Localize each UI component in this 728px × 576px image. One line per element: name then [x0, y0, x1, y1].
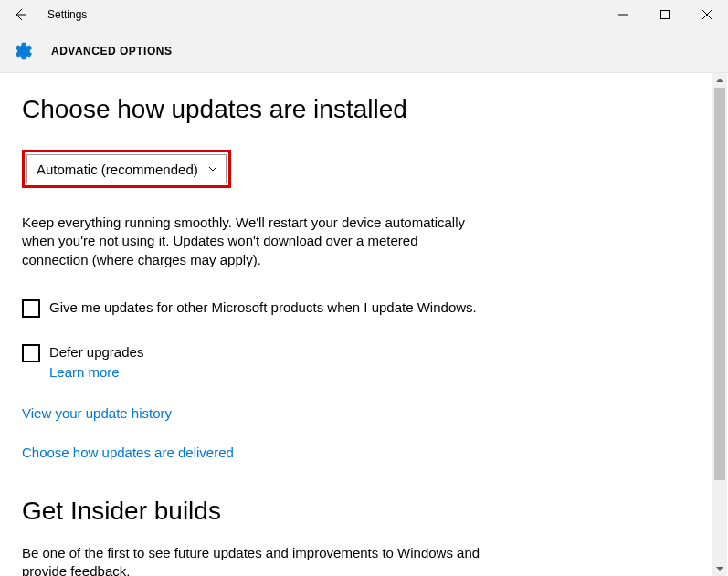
scroll-down-icon[interactable] [712, 561, 727, 576]
section-title-insider: Get Insider builds [22, 497, 508, 526]
insider-description: Be one of the first to see future update… [22, 544, 497, 576]
update-mode-dropdown[interactable]: Automatic (recommended) [26, 154, 227, 183]
highlight-box: Automatic (recommended) [22, 150, 231, 188]
checkbox-row-defer: Defer upgrades [22, 343, 508, 362]
page-header-bar: ADVANCED OPTIONS [0, 29, 728, 73]
gear-icon [13, 40, 35, 62]
checkbox-defer-upgrades[interactable] [22, 344, 40, 362]
scrollbar[interactable] [712, 73, 727, 576]
chevron-down-icon [207, 162, 218, 177]
back-button[interactable] [0, 0, 40, 29]
learn-more-link[interactable]: Learn more [49, 364, 120, 380]
updates-delivered-link[interactable]: Choose how updates are delivered [22, 445, 508, 460]
window-controls [602, 0, 728, 29]
close-button[interactable] [686, 0, 728, 29]
section-title-updates: Choose how updates are installed [22, 95, 508, 124]
window-title: Settings [47, 8, 87, 21]
checkbox-other-products-label: Give me updates for other Microsoft prod… [49, 298, 477, 317]
maximize-icon [660, 10, 670, 19]
arrow-left-icon [13, 7, 27, 22]
checkbox-other-products[interactable] [22, 299, 40, 318]
page-title: ADVANCED OPTIONS [51, 45, 172, 58]
close-icon [702, 10, 712, 19]
minimize-icon [618, 10, 628, 19]
titlebar-left: Settings [0, 0, 87, 29]
content: Choose how updates are installed Automat… [0, 73, 530, 576]
scrollbar-thumb[interactable] [714, 88, 725, 480]
minimize-button[interactable] [602, 0, 644, 29]
update-description: Keep everything running smoothly. We'll … [22, 214, 488, 269]
dropdown-selected-value: Automatic (recommended) [37, 162, 198, 177]
maximize-button[interactable] [644, 0, 686, 29]
content-scroll-area: Choose how updates are installed Automat… [0, 73, 728, 576]
svg-rect-0 [661, 11, 670, 19]
scroll-up-icon[interactable] [712, 73, 727, 88]
titlebar: Settings [0, 0, 728, 29]
checkbox-defer-upgrades-label: Defer upgrades [49, 343, 143, 361]
view-history-link[interactable]: View your update history [22, 405, 508, 421]
checkbox-row-other-products: Give me updates for other Microsoft prod… [22, 298, 508, 318]
